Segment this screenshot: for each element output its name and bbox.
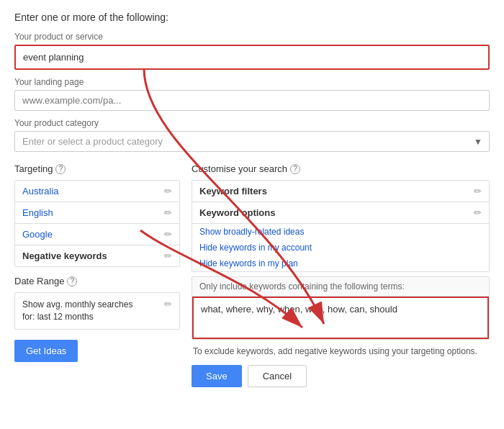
two-col-section: Targeting ? Australia ✏ English ✏ Google…	[14, 163, 490, 387]
targeting-help-icon[interactable]: ?	[55, 164, 66, 174]
get-ideas-button[interactable]: Get Ideas	[14, 340, 78, 362]
targeting-item-negative-keywords[interactable]: Negative keywords ✏	[15, 245, 179, 266]
targeting-item-english[interactable]: English ✏	[15, 202, 179, 224]
date-range-section: Date Range ? Show avg. monthly searches …	[14, 276, 180, 330]
customise-section-title: Customise your search ?	[192, 163, 490, 174]
keyword-filters-title: Keyword filters	[199, 186, 267, 197]
date-range-text: Show avg. monthly searches for: last 12 …	[22, 299, 132, 323]
include-textarea-wrapper: what, where, why, when, who, how, can, s…	[192, 297, 489, 339]
save-button[interactable]: Save	[192, 365, 242, 387]
keyword-options-header: Keyword options ✏	[192, 202, 489, 224]
cancel-button[interactable]: Cancel	[248, 365, 307, 387]
targeting-title-text: Targeting	[14, 163, 53, 174]
left-column: Targeting ? Australia ✏ English ✏ Google…	[14, 163, 180, 387]
targeting-australia-edit-icon[interactable]: ✏	[164, 186, 172, 197]
keyword-options-section: Keyword options ✏ Show broadly-related i…	[192, 202, 489, 271]
landing-page-label: Your landing page	[14, 77, 490, 87]
exclude-info-text: To exclude keywords, add negative keywor…	[192, 346, 490, 358]
main-container: Enter one or more of the following: Your…	[0, 0, 504, 429]
targeting-item-australia[interactable]: Australia ✏	[15, 181, 179, 202]
keyword-options-title: Keyword options	[199, 207, 275, 218]
product-category-select[interactable]: Enter or select a product category	[14, 131, 490, 152]
targeting-english-edit-icon[interactable]: ✏	[164, 207, 172, 218]
targeting-section-title: Targeting ?	[14, 163, 180, 174]
right-column: Customise your search ? Keyword filters …	[192, 163, 490, 387]
keyword-filters-section: Keyword filters ✏ Keyword options ✏ Show…	[192, 180, 490, 272]
date-range-line1: Show avg. monthly searches	[22, 299, 132, 310]
targeting-english-label: English	[22, 207, 53, 218]
product-category-wrapper: Enter or select a product category ▼	[14, 131, 490, 152]
kf-option-broadly-related[interactable]: Show broadly-related ideas	[192, 224, 489, 240]
action-buttons: Save Cancel	[192, 365, 490, 387]
kf-option-hide-account[interactable]: Hide keywords in my account	[192, 240, 489, 256]
product-label: Your product or service	[14, 32, 490, 42]
date-range-title-text: Date Range	[14, 276, 64, 286]
date-range-help-icon[interactable]: ?	[67, 276, 77, 286]
product-input-wrapper	[14, 45, 490, 70]
targeting-negative-keywords-label: Negative keywords	[22, 250, 107, 261]
date-range-box: Show avg. monthly searches for: last 12 …	[14, 292, 180, 330]
targeting-google-edit-icon[interactable]: ✏	[164, 229, 172, 240]
product-input[interactable]	[16, 46, 488, 68]
instruction-text: Enter one or more of the following:	[14, 12, 490, 23]
include-keywords-header: Only include keywords containing the fol…	[192, 277, 489, 297]
kf-option-hide-plan[interactable]: Hide keywords in my plan	[192, 256, 489, 271]
landing-page-input[interactable]	[14, 90, 490, 111]
targeting-australia-label: Australia	[22, 186, 59, 197]
product-category-label: Your product category	[14, 118, 490, 128]
customise-help-icon[interactable]: ?	[290, 164, 300, 174]
targeting-item-google[interactable]: Google ✏	[15, 224, 179, 245]
customise-title-text: Customise your search	[192, 163, 287, 174]
keyword-filters-edit-icon[interactable]: ✏	[474, 186, 482, 197]
targeting-list: Australia ✏ English ✏ Google ✏ Negative …	[14, 180, 180, 267]
targeting-google-label: Google	[22, 229, 53, 240]
keyword-filters-header: Keyword filters ✏	[192, 181, 489, 202]
date-range-edit-icon[interactable]: ✏	[164, 299, 172, 310]
keyword-options-edit-icon[interactable]: ✏	[474, 207, 482, 218]
date-range-line2: for: last 12 months	[22, 312, 94, 322]
date-range-title: Date Range ?	[14, 276, 180, 286]
include-keywords-section: Only include keywords containing the fol…	[192, 276, 490, 340]
include-keywords-textarea[interactable]: what, where, why, when, who, how, can, s…	[194, 298, 487, 335]
targeting-negative-keywords-edit-icon[interactable]: ✏	[164, 250, 172, 261]
